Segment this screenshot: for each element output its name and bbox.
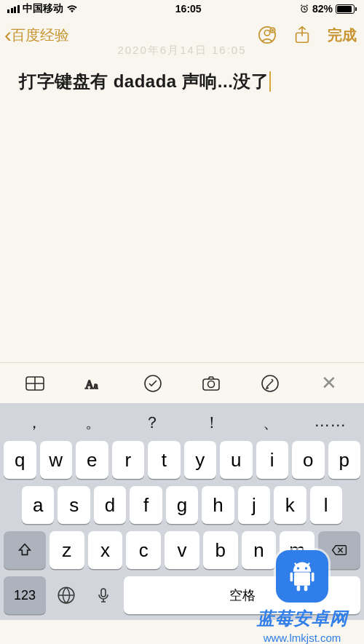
key-j[interactable]: j [238,486,270,524]
camera-icon [200,373,222,394]
key-y[interactable]: y [184,441,217,479]
key-row-4: 123 空格 [0,576,364,620]
cand-key[interactable]: 。 [63,412,122,434]
key-g[interactable]: g [166,486,198,524]
key-w[interactable]: w [40,441,73,479]
key-z[interactable]: z [50,531,84,569]
checklist-button[interactable] [135,373,171,394]
note-text: 打字键盘有 dadada 声响...没了 [19,70,269,93]
space-key[interactable]: 空格 [124,576,360,614]
checkmark-circle-icon [142,373,164,394]
add-person-icon[interactable] [258,25,277,44]
key-row-2: a s d f g h j k l [0,486,364,531]
battery-icon [336,4,357,14]
close-keyboard-button[interactable]: ✕ [311,372,347,394]
key-p[interactable]: p [328,441,361,479]
globe-icon [57,586,76,605]
key-n[interactable]: n [242,531,277,569]
key-i[interactable]: i [256,441,289,479]
key-b[interactable]: b [203,531,238,569]
backspace-key[interactable] [318,531,360,569]
cand-key[interactable]: …… [301,412,360,434]
markup-button[interactable] [252,373,288,394]
key-m[interactable]: m [280,531,314,569]
share-icon[interactable] [293,25,312,44]
cand-key[interactable]: ！ [182,412,241,434]
table-button[interactable] [17,373,53,394]
cand-key[interactable]: 、 [241,412,300,434]
key-c[interactable]: c [126,531,161,569]
key-q[interactable]: q [4,441,36,479]
svg-text:a: a [94,381,98,391]
note-body[interactable]: 2020年6月14日 16:05 打字键盘有 dadada 声响...没了 [0,52,364,362]
watermark-url: www.lmkjst.com [264,632,341,644]
done-button[interactable]: 完成 [328,25,357,45]
text-format-icon: Aa [83,373,105,394]
close-icon: ✕ [321,372,337,394]
mic-icon [95,587,112,604]
carrier-label: 中国移动 [23,2,63,15]
key-s[interactable]: s [58,486,90,524]
key-a[interactable]: a [22,486,54,524]
cand-key[interactable]: ？ [123,412,182,434]
globe-key[interactable] [50,576,83,614]
back-label: 百度经验 [11,25,69,45]
table-icon [24,373,46,394]
svg-point-11 [208,381,215,387]
battery-pct: 82% [312,3,333,15]
key-x[interactable]: x [88,531,123,569]
key-k[interactable]: k [274,486,306,524]
key-v[interactable]: v [165,531,199,569]
candidate-row: ， 。 ？ ！ 、 …… [0,409,364,441]
key-row-3: z x c v b n m [0,531,364,576]
signal-icon [7,5,20,13]
note-date: 2020年6月14日 16:05 [0,44,364,57]
mic-key[interactable] [87,576,120,614]
numeric-key[interactable]: 123 [4,576,46,614]
key-l[interactable]: l [310,486,342,524]
text-format-button[interactable]: Aa [76,373,112,394]
svg-text:A: A [85,378,94,391]
alarm-icon [299,4,309,14]
text-cursor [269,71,271,92]
key-f[interactable]: f [130,486,162,524]
key-u[interactable]: u [220,441,253,479]
key-e[interactable]: e [76,441,108,479]
key-d[interactable]: d [94,486,126,524]
shift-icon [17,542,33,558]
keyboard: ， 。 ？ ！ 、 …… q w e r t y u i o p a s d f… [0,403,364,620]
key-h[interactable]: h [202,486,234,524]
status-bar: 中国移动 16:05 82% [0,0,364,17]
cand-key[interactable]: ， [4,412,63,434]
pen-circle-icon [259,373,281,394]
key-row-1: q w e r t y u i o p [0,441,364,486]
key-t[interactable]: t [148,441,181,479]
key-o[interactable]: o [292,441,325,479]
camera-button[interactable] [193,373,229,394]
key-r[interactable]: r [112,441,145,479]
back-button[interactable]: ‹ 百度经验 [4,24,69,46]
svg-point-2 [264,31,269,36]
wifi-icon [66,4,78,13]
shift-key[interactable] [4,531,46,569]
notes-toolbar: Aa ✕ [0,362,364,403]
clock-label: 16:05 [175,3,202,15]
backspace-icon [331,542,347,558]
svg-rect-14 [101,589,106,597]
